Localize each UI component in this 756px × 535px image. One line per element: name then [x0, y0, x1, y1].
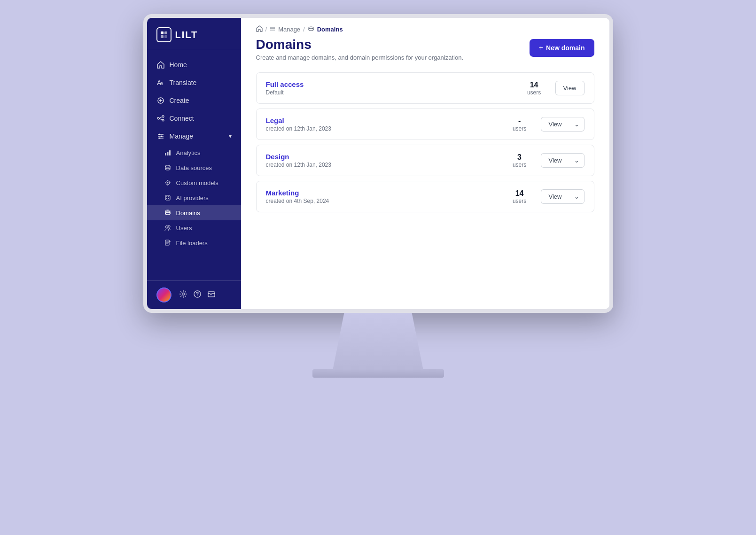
- view-button-group-design: View ⌄: [541, 153, 585, 168]
- svg-point-36: [165, 213, 170, 215]
- svg-point-15: [158, 134, 160, 135]
- sidebar-item-connect[interactable]: Connect: [147, 109, 241, 127]
- svg-point-17: [159, 138, 160, 139]
- sub-nav-label-data-sources: Data sources: [176, 164, 212, 171]
- svg-rect-31: [166, 198, 167, 199]
- domain-list: Full access Default 14 users View Legal: [241, 72, 609, 212]
- inbox-icon[interactable]: [207, 290, 216, 300]
- page-title-group: Domains Create and manage domains, and d…: [256, 37, 464, 61]
- create-icon: [156, 96, 165, 105]
- domain-users-design: 3 users: [508, 153, 531, 168]
- domain-users-count-design: 3: [508, 153, 531, 162]
- home-icon: [156, 61, 165, 69]
- view-button-group-marketing: View ⌄: [541, 189, 585, 204]
- domain-info-marketing: Marketing created on 4th Sep, 2024: [266, 189, 508, 204]
- sidebar-item-custom-models[interactable]: Custom models: [147, 175, 241, 190]
- dropdown-button-marketing[interactable]: ⌄: [569, 189, 585, 204]
- domain-users-count-marketing: 14: [508, 189, 531, 198]
- sidebar-item-translate[interactable]: A a Translate: [147, 74, 241, 92]
- sidebar-item-manage[interactable]: Manage ▾: [147, 127, 241, 145]
- domain-users-count-legal: -: [508, 117, 531, 125]
- domain-sub-legal: created on 12th Jan, 2023: [266, 125, 508, 132]
- domain-users-marketing: 14 users: [508, 189, 531, 204]
- sidebar-item-ai-providers[interactable]: AI providers: [147, 190, 241, 205]
- logo-area: LILT: [147, 18, 241, 50]
- connect-icon: [156, 114, 165, 123]
- page-title: Domains: [256, 37, 464, 52]
- breadcrumb-manage[interactable]: Manage: [278, 26, 300, 33]
- logo-icon: [156, 27, 171, 42]
- svg-point-16: [161, 136, 162, 137]
- svg-point-21: [165, 165, 170, 167]
- avatar[interactable]: [156, 287, 171, 302]
- view-button-marketing[interactable]: View: [541, 189, 569, 204]
- sidebar-item-create[interactable]: Create: [147, 92, 241, 109]
- new-domain-label: New domain: [546, 44, 585, 52]
- chevron-down-icon: ⌄: [574, 121, 579, 128]
- sub-nav-label-domains: Domains: [176, 209, 200, 217]
- domain-row: Marketing created on 4th Sep, 2024 14 us…: [256, 181, 594, 212]
- svg-point-39: [168, 225, 170, 227]
- sidebar-item-label-manage: Manage: [170, 132, 194, 140]
- domain-row: Design created on 12th Jan, 2023 3 users…: [256, 145, 594, 176]
- domain-users-label-design: users: [508, 162, 531, 168]
- svg-point-9: [162, 119, 164, 121]
- svg-text:a: a: [160, 81, 163, 86]
- svg-point-41: [182, 293, 184, 295]
- svg-point-43: [197, 295, 197, 296]
- view-button-legal[interactable]: View: [541, 117, 569, 132]
- sub-nav-label-file-loaders: File loaders: [176, 240, 208, 247]
- chevron-down-icon: ⌄: [574, 157, 579, 164]
- domain-info-full-access: Full access Default: [266, 80, 522, 96]
- manage-icon: [156, 132, 165, 140]
- svg-point-8: [162, 116, 164, 117]
- chevron-down-icon: ▾: [229, 133, 232, 140]
- dropdown-button-legal[interactable]: ⌄: [569, 117, 585, 132]
- svg-rect-30: [168, 196, 169, 197]
- domain-name-full-access: Full access: [266, 80, 522, 88]
- view-button-design[interactable]: View: [541, 153, 569, 168]
- sub-nav-label-users: Users: [176, 225, 192, 232]
- sidebar-item-label-home: Home: [170, 61, 187, 69]
- new-domain-button[interactable]: + New domain: [530, 39, 594, 57]
- domain-users-label-marketing: users: [508, 198, 531, 204]
- footer-icons: [179, 290, 216, 300]
- domain-sub-design: created on 12th Jan, 2023: [266, 162, 508, 168]
- domain-sub-marketing: created on 4th Sep, 2024: [266, 198, 508, 204]
- sidebar-footer: [147, 280, 241, 309]
- sidebar-item-file-loaders[interactable]: File loaders: [147, 235, 241, 250]
- domain-name-marketing: Marketing: [266, 189, 508, 197]
- sidebar-item-data-sources[interactable]: Data sources: [147, 160, 241, 175]
- sidebar-item-analytics[interactable]: Analytics: [147, 145, 241, 160]
- svg-point-7: [157, 117, 159, 119]
- custom-models-icon: [164, 179, 171, 186]
- help-icon[interactable]: [193, 290, 202, 300]
- data-sources-icon: [164, 164, 171, 171]
- svg-rect-20: [169, 150, 171, 155]
- domain-info-design: Design created on 12th Jan, 2023: [266, 153, 508, 168]
- breadcrumb-manage-icon: [270, 26, 275, 33]
- analytics-icon: [164, 149, 171, 156]
- domain-info-legal: Legal created on 12th Jan, 2023: [266, 116, 508, 132]
- view-button-full-access[interactable]: View: [555, 81, 585, 95]
- page-header: Domains Create and manage domains, and d…: [241, 33, 609, 72]
- breadcrumb: / Manage /: [241, 18, 609, 33]
- dropdown-button-design[interactable]: ⌄: [569, 153, 585, 168]
- breadcrumb-home-icon[interactable]: [256, 25, 263, 33]
- svg-rect-29: [166, 196, 167, 197]
- domain-users-full-access: 14 users: [522, 81, 546, 96]
- sidebar-item-home[interactable]: Home: [147, 56, 241, 74]
- logo[interactable]: LILT: [156, 27, 232, 42]
- sidebar-item-users[interactable]: Users: [147, 220, 241, 235]
- domain-users-label-full-access: users: [522, 89, 546, 96]
- domain-users-count-full-access: 14: [522, 81, 546, 89]
- nav-main: Home A a Translate: [147, 54, 241, 280]
- sidebar-item-domains[interactable]: Domains: [147, 205, 241, 220]
- svg-point-38: [165, 226, 168, 228]
- svg-line-11: [159, 118, 162, 120]
- page-description: Create and manage domains, and domain pe…: [256, 54, 464, 61]
- main-content: / Manage /: [241, 18, 609, 309]
- ai-providers-icon: [164, 194, 171, 202]
- domain-sub-full-access: Default: [266, 89, 522, 96]
- settings-icon[interactable]: [179, 290, 187, 300]
